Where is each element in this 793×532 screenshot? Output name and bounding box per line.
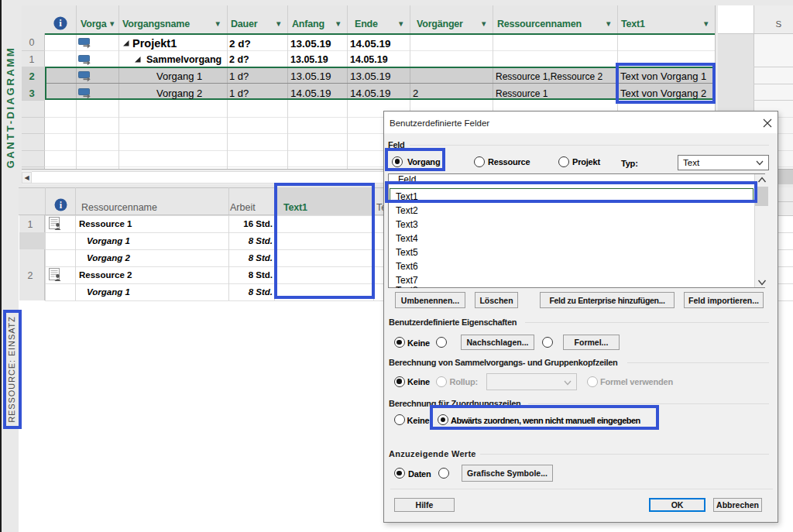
svg-text:i: i <box>59 17 62 29</box>
